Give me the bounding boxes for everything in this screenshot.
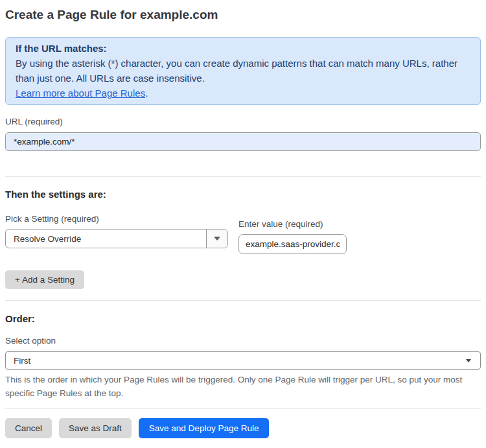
divider	[5, 408, 481, 409]
divider	[5, 300, 481, 301]
save-and-deploy-button[interactable]: Save and Deploy Page Rule	[139, 418, 270, 438]
page-title: Create a Page Rule for example.com	[5, 8, 481, 22]
learn-more-link[interactable]: Learn more about Page Rules	[16, 88, 145, 99]
action-bar: Cancel Save as Draft Save and Deploy Pag…	[5, 418, 481, 438]
order-help-text: This is the order in which your Page Rul…	[5, 373, 481, 400]
add-setting-button[interactable]: + Add a Setting	[5, 270, 84, 289]
chevron-down-icon	[466, 359, 471, 362]
info-box-body: By using the asterisk (*) character, you…	[16, 56, 470, 86]
setting-select-arrow-button[interactable]	[206, 230, 227, 248]
create-page-rule-panel: Create a Page Rule for example.com If th…	[0, 8, 486, 438]
divider	[5, 176, 481, 177]
setting-value-column: Enter value (required)	[238, 219, 347, 254]
save-as-draft-button[interactable]: Save as Draft	[59, 418, 132, 438]
cancel-button[interactable]: Cancel	[5, 418, 52, 438]
info-box-link-line: Learn more about Page Rules.	[16, 86, 470, 100]
chevron-down-icon	[214, 237, 220, 241]
setting-value-label: Enter value (required)	[238, 219, 347, 229]
url-input[interactable]	[5, 132, 481, 151]
setting-value-input[interactable]	[238, 234, 347, 254]
link-period: .	[145, 88, 148, 99]
order-select-label: Select option	[5, 336, 481, 346]
order-select-value: First	[14, 356, 466, 366]
settings-row: Pick a Setting (required) Resolve Overri…	[5, 214, 481, 254]
order-section-heading: Order:	[5, 313, 481, 324]
setting-picker-column: Pick a Setting (required) Resolve Overri…	[5, 214, 228, 254]
url-match-info-box: If the URL matches: By using the asteris…	[5, 37, 481, 105]
setting-picker-label: Pick a Setting (required)	[5, 214, 228, 224]
setting-select[interactable]: Resolve Override	[5, 229, 228, 248]
info-box-heading: If the URL matches:	[16, 41, 470, 56]
url-label: URL (required)	[5, 117, 481, 126]
settings-section-heading: Then the settings are:	[5, 189, 481, 200]
setting-select-value: Resolve Override	[6, 234, 206, 244]
order-select[interactable]: First	[5, 351, 481, 370]
